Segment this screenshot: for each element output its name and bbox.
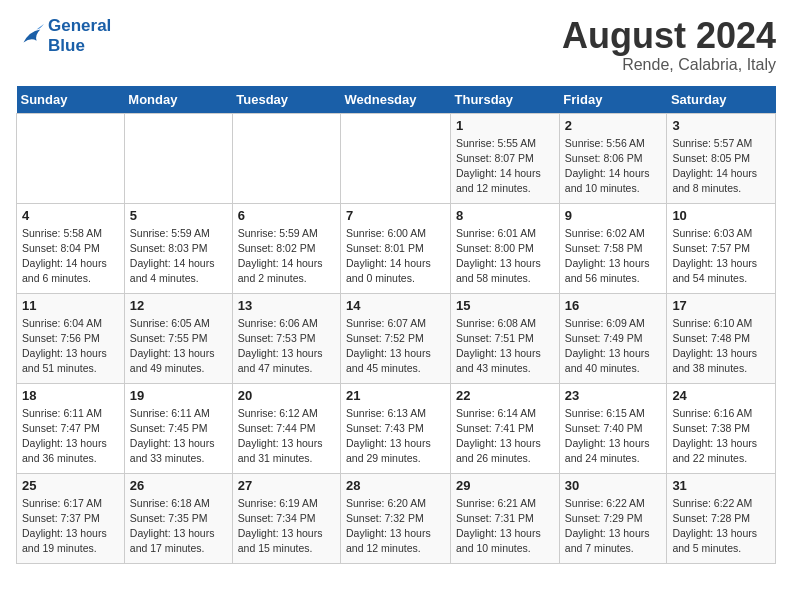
day-info: Sunrise: 5:59 AMSunset: 8:03 PMDaylight:… [130,226,227,287]
page-header: General Blue August 2024 Rende, Calabria… [16,16,776,74]
day-info: Sunrise: 5:57 AMSunset: 8:05 PMDaylight:… [672,136,770,197]
col-wednesday: Wednesday [341,86,451,114]
day-number: 5 [130,208,227,223]
cell-week3-day0: 11Sunrise: 6:04 AMSunset: 7:56 PMDayligh… [17,293,125,383]
day-number: 1 [456,118,554,133]
day-info: Sunrise: 6:06 AMSunset: 7:53 PMDaylight:… [238,316,335,377]
day-info: Sunrise: 6:18 AMSunset: 7:35 PMDaylight:… [130,496,227,557]
day-number: 31 [672,478,770,493]
cell-week4-day4: 22Sunrise: 6:14 AMSunset: 7:41 PMDayligh… [451,383,560,473]
day-number: 15 [456,298,554,313]
day-number: 13 [238,298,335,313]
cell-week1-day4: 1Sunrise: 5:55 AMSunset: 8:07 PMDaylight… [451,113,560,203]
day-number: 4 [22,208,119,223]
cell-week2-day5: 9Sunrise: 6:02 AMSunset: 7:58 PMDaylight… [559,203,667,293]
day-number: 21 [346,388,445,403]
day-info: Sunrise: 6:03 AMSunset: 7:57 PMDaylight:… [672,226,770,287]
day-number: 17 [672,298,770,313]
cell-week4-day3: 21Sunrise: 6:13 AMSunset: 7:43 PMDayligh… [341,383,451,473]
day-number: 7 [346,208,445,223]
day-info: Sunrise: 5:58 AMSunset: 8:04 PMDaylight:… [22,226,119,287]
day-number: 19 [130,388,227,403]
cell-week4-day5: 23Sunrise: 6:15 AMSunset: 7:40 PMDayligh… [559,383,667,473]
day-info: Sunrise: 5:55 AMSunset: 8:07 PMDaylight:… [456,136,554,197]
day-number: 3 [672,118,770,133]
day-info: Sunrise: 6:11 AMSunset: 7:47 PMDaylight:… [22,406,119,467]
day-info: Sunrise: 6:16 AMSunset: 7:38 PMDaylight:… [672,406,770,467]
day-number: 9 [565,208,662,223]
location-subtitle: Rende, Calabria, Italy [562,56,776,74]
day-info: Sunrise: 6:08 AMSunset: 7:51 PMDaylight:… [456,316,554,377]
cell-week5-day6: 31Sunrise: 6:22 AMSunset: 7:28 PMDayligh… [667,473,776,563]
day-number: 29 [456,478,554,493]
day-info: Sunrise: 6:04 AMSunset: 7:56 PMDaylight:… [22,316,119,377]
cell-week2-day3: 7Sunrise: 6:00 AMSunset: 8:01 PMDaylight… [341,203,451,293]
cell-week4-day1: 19Sunrise: 6:11 AMSunset: 7:45 PMDayligh… [124,383,232,473]
day-info: Sunrise: 6:21 AMSunset: 7:31 PMDaylight:… [456,496,554,557]
day-info: Sunrise: 6:05 AMSunset: 7:55 PMDaylight:… [130,316,227,377]
cell-week3-day5: 16Sunrise: 6:09 AMSunset: 7:49 PMDayligh… [559,293,667,383]
cell-week1-day0 [17,113,125,203]
day-number: 22 [456,388,554,403]
day-info: Sunrise: 6:00 AMSunset: 8:01 PMDaylight:… [346,226,445,287]
day-info: Sunrise: 6:19 AMSunset: 7:34 PMDaylight:… [238,496,335,557]
col-sunday: Sunday [17,86,125,114]
title-block: August 2024 Rende, Calabria, Italy [562,16,776,74]
cell-week4-day6: 24Sunrise: 6:16 AMSunset: 7:38 PMDayligh… [667,383,776,473]
header-row: Sunday Monday Tuesday Wednesday Thursday… [17,86,776,114]
cell-week1-day6: 3Sunrise: 5:57 AMSunset: 8:05 PMDaylight… [667,113,776,203]
cell-week5-day5: 30Sunrise: 6:22 AMSunset: 7:29 PMDayligh… [559,473,667,563]
day-info: Sunrise: 6:13 AMSunset: 7:43 PMDaylight:… [346,406,445,467]
day-info: Sunrise: 6:22 AMSunset: 7:28 PMDaylight:… [672,496,770,557]
cell-week1-day3 [341,113,451,203]
cell-week2-day2: 6Sunrise: 5:59 AMSunset: 8:02 PMDaylight… [232,203,340,293]
month-title: August 2024 [562,16,776,56]
day-number: 24 [672,388,770,403]
day-number: 10 [672,208,770,223]
cell-week5-day4: 29Sunrise: 6:21 AMSunset: 7:31 PMDayligh… [451,473,560,563]
col-friday: Friday [559,86,667,114]
day-number: 18 [22,388,119,403]
cell-week1-day1 [124,113,232,203]
cell-week4-day0: 18Sunrise: 6:11 AMSunset: 7:47 PMDayligh… [17,383,125,473]
cell-week1-day5: 2Sunrise: 5:56 AMSunset: 8:06 PMDaylight… [559,113,667,203]
logo-text: General Blue [48,16,111,55]
day-info: Sunrise: 5:59 AMSunset: 8:02 PMDaylight:… [238,226,335,287]
day-number: 25 [22,478,119,493]
cell-week3-day1: 12Sunrise: 6:05 AMSunset: 7:55 PMDayligh… [124,293,232,383]
cell-week5-day3: 28Sunrise: 6:20 AMSunset: 7:32 PMDayligh… [341,473,451,563]
day-number: 16 [565,298,662,313]
calendar-header: Sunday Monday Tuesday Wednesday Thursday… [17,86,776,114]
day-number: 12 [130,298,227,313]
logo: General Blue [16,16,111,55]
cell-week3-day6: 17Sunrise: 6:10 AMSunset: 7:48 PMDayligh… [667,293,776,383]
day-number: 30 [565,478,662,493]
week-row-5: 25Sunrise: 6:17 AMSunset: 7:37 PMDayligh… [17,473,776,563]
day-info: Sunrise: 6:01 AMSunset: 8:00 PMDaylight:… [456,226,554,287]
week-row-3: 11Sunrise: 6:04 AMSunset: 7:56 PMDayligh… [17,293,776,383]
day-info: Sunrise: 6:10 AMSunset: 7:48 PMDaylight:… [672,316,770,377]
day-number: 6 [238,208,335,223]
day-number: 27 [238,478,335,493]
day-info: Sunrise: 5:56 AMSunset: 8:06 PMDaylight:… [565,136,662,197]
day-info: Sunrise: 6:20 AMSunset: 7:32 PMDaylight:… [346,496,445,557]
cell-week2-day6: 10Sunrise: 6:03 AMSunset: 7:57 PMDayligh… [667,203,776,293]
cell-week3-day3: 14Sunrise: 6:07 AMSunset: 7:52 PMDayligh… [341,293,451,383]
cell-week5-day1: 26Sunrise: 6:18 AMSunset: 7:35 PMDayligh… [124,473,232,563]
cell-week1-day2 [232,113,340,203]
col-thursday: Thursday [451,86,560,114]
day-info: Sunrise: 6:15 AMSunset: 7:40 PMDaylight:… [565,406,662,467]
day-number: 11 [22,298,119,313]
col-saturday: Saturday [667,86,776,114]
cell-week2-day0: 4Sunrise: 5:58 AMSunset: 8:04 PMDaylight… [17,203,125,293]
cell-week5-day0: 25Sunrise: 6:17 AMSunset: 7:37 PMDayligh… [17,473,125,563]
cell-week4-day2: 20Sunrise: 6:12 AMSunset: 7:44 PMDayligh… [232,383,340,473]
day-info: Sunrise: 6:17 AMSunset: 7:37 PMDaylight:… [22,496,119,557]
logo-icon [16,22,44,50]
day-info: Sunrise: 6:22 AMSunset: 7:29 PMDaylight:… [565,496,662,557]
day-number: 20 [238,388,335,403]
col-monday: Monday [124,86,232,114]
calendar-body: 1Sunrise: 5:55 AMSunset: 8:07 PMDaylight… [17,113,776,563]
day-number: 8 [456,208,554,223]
cell-week2-day1: 5Sunrise: 5:59 AMSunset: 8:03 PMDaylight… [124,203,232,293]
